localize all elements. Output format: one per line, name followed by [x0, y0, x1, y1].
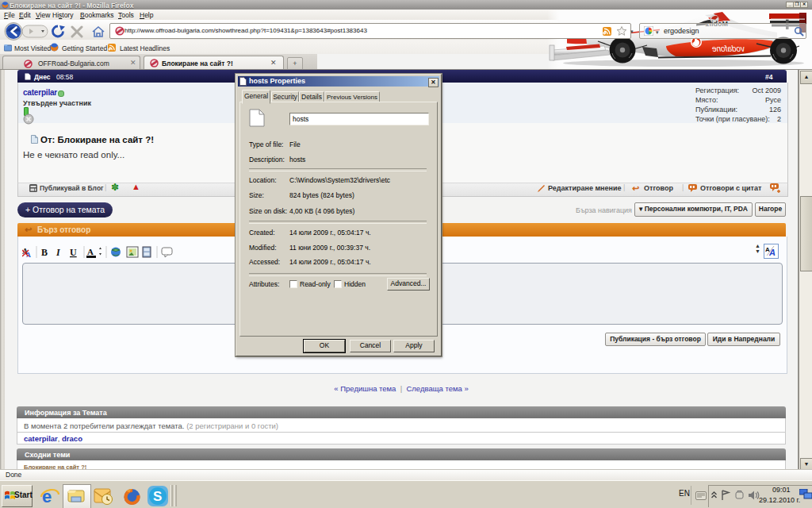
svg-text:S: S — [153, 489, 162, 504]
svg-text:A: A — [87, 247, 94, 256]
svg-text:B: B — [41, 247, 48, 258]
svg-text:I: I — [56, 247, 61, 258]
svg-text:vodafone: vodafone — [711, 44, 745, 53]
svg-text:U: U — [70, 247, 77, 258]
